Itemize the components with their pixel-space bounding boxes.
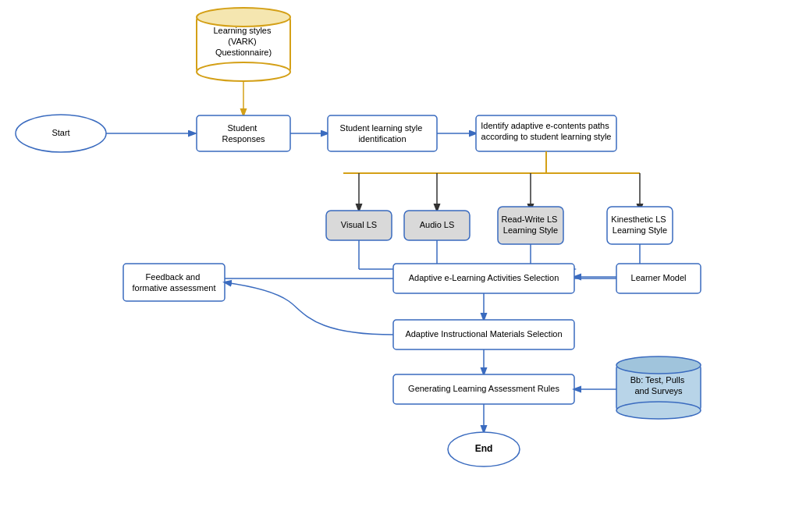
start-label: Start	[51, 128, 69, 137]
adaptive-instructional-label: Adaptive Instructional Materials Selecti…	[405, 329, 562, 339]
flowchart-svg: Learning styles (VARK) Questionnaire) St…	[0, 0, 799, 532]
visual-ls-label: Visual LS	[341, 220, 377, 229]
learner-model-label: Learner Model	[631, 273, 687, 282]
audio-ls-label: Audio LS	[420, 220, 455, 229]
generating-rules-label: Generating Learning Assessment Rules	[408, 384, 559, 393]
bb-cylinder-bottom	[616, 402, 701, 419]
diagram-container: Learning styles (VARK) Questionnaire) St…	[0, 0, 799, 532]
arrow-instructional-to-feedback	[225, 282, 393, 335]
bb-cylinder-top	[616, 356, 701, 374]
vark-cylinder-top	[197, 8, 290, 27]
end-label: End	[475, 443, 493, 454]
vark-cylinder-bottom	[197, 62, 290, 81]
adaptive-elearning-label: Adaptive e-Learning Activities Selection	[409, 273, 559, 282]
